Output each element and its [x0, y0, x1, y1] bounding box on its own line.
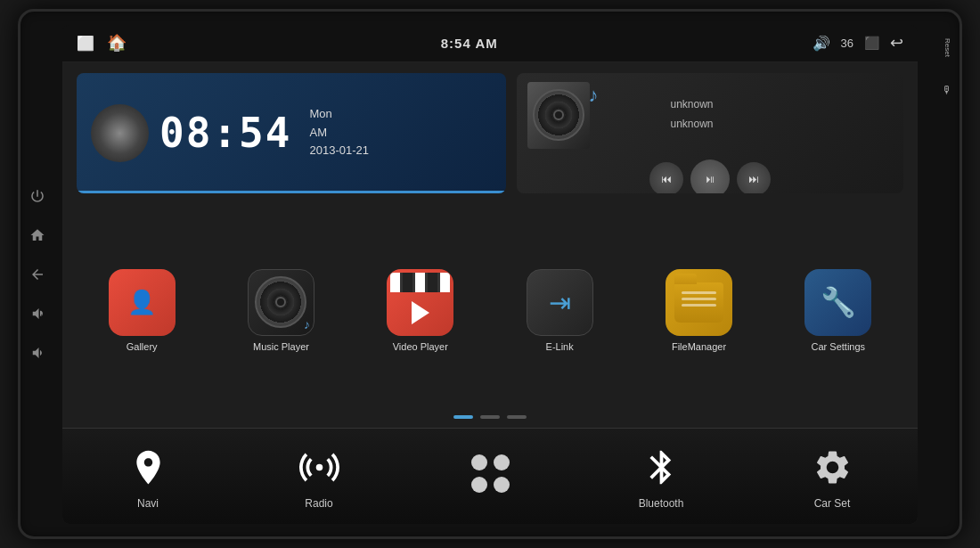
bluetooth-icon-wrap	[637, 443, 686, 492]
gallery-label: Gallery	[127, 341, 158, 352]
clock-date: 2013-01-21	[309, 142, 369, 160]
radio-label: Radio	[305, 497, 332, 510]
apps-dot-4	[494, 477, 510, 493]
main-screen: ⬜ 🏠 8:54 AM 🔊 36 ⬛ ↩ 08:54 M	[62, 25, 918, 524]
back-nav-icon[interactable]: ↩	[890, 33, 903, 53]
right-side-controls: Reset 🎙	[942, 38, 952, 96]
folder-line-3	[682, 304, 716, 307]
clock-info: Mon AM 2013-01-21	[309, 105, 369, 160]
music-disc-icon-center	[275, 297, 286, 307]
home-button[interactable]	[28, 225, 47, 245]
volume-up-button[interactable]	[28, 304, 47, 323]
music-note-icon: ♪	[588, 84, 598, 107]
radio-icon-wrap	[295, 443, 344, 492]
music-album-art	[527, 82, 590, 149]
music-controls: ⏮ ⏯ ⏭	[527, 159, 893, 193]
elink-label: E-Link	[546, 341, 574, 352]
app-item-filemanager[interactable]: FileManager	[633, 209, 764, 412]
page-dot-3[interactable]	[507, 415, 527, 419]
music-player-note-icon: ♪	[304, 317, 310, 331]
music-next-button[interactable]: ⏭	[737, 162, 771, 193]
elink-icon: ⇥	[527, 269, 593, 336]
navi-icon-wrap	[124, 443, 173, 492]
app-item-music-player[interactable]: ♪ Music Player	[216, 209, 346, 412]
back-button[interactable]	[28, 265, 47, 284]
folder-line-2	[682, 298, 716, 300]
carset-icon	[813, 447, 853, 487]
volume-icon: 🔊	[813, 35, 830, 52]
music-player-label: Music Player	[253, 341, 309, 352]
status-left: ⬜ 🏠	[77, 33, 127, 53]
music-disc-icon	[255, 276, 306, 328]
page-dot-2[interactable]	[480, 415, 500, 419]
clock-widget: 08:54 Mon AM 2013-01-21	[77, 73, 506, 193]
nav-item-carset[interactable]: Car Set	[747, 443, 918, 510]
carset-label: Car Set	[814, 497, 851, 510]
carset-icon-wrap	[808, 443, 857, 492]
apps-dot-2	[494, 454, 510, 470]
nav-item-navi[interactable]: Navi	[62, 443, 233, 510]
mic-icon: 🎙	[942, 84, 952, 96]
car-settings-label: Car Settings	[812, 341, 866, 352]
reset-label: Reset	[943, 38, 951, 57]
folder-tab	[674, 274, 697, 284]
apps-grid: 👤 Gallery ♪ Music Player	[77, 209, 903, 412]
wrench-icon: 🔧	[821, 285, 856, 319]
apps-dot-3	[471, 477, 487, 493]
navi-label: Navi	[137, 497, 159, 510]
screen-icon: ⬛	[864, 36, 879, 50]
status-time: 8:54 AM	[441, 36, 498, 51]
filemanager-icon	[666, 269, 732, 336]
music-player-icon: ♪	[248, 269, 314, 336]
video-player-label: Video Player	[393, 341, 448, 352]
music-top: ♪ unknown unknown	[527, 82, 893, 149]
app-item-gallery[interactable]: 👤 Gallery	[77, 209, 207, 412]
clock-circle-decoration	[91, 104, 149, 162]
main-content: 08:54 Mon AM 2013-01-21	[62, 62, 918, 524]
music-widget: ♪ unknown unknown ⏮ ⏯ ⏭	[517, 73, 903, 193]
bottom-nav: Navi Radio	[62, 428, 918, 524]
nav-item-apps[interactable]	[404, 449, 576, 503]
volume-level: 36	[841, 37, 853, 50]
nav-item-bluetooth[interactable]: Bluetooth	[576, 443, 747, 510]
gallery-icon: 👤	[109, 269, 176, 336]
music-play-pause-button[interactable]: ⏯	[690, 159, 730, 193]
app-item-car-settings[interactable]: 🔧 Car Settings	[773, 209, 903, 412]
recent-apps-icon[interactable]: ⬜	[77, 35, 94, 52]
music-track: unknown	[670, 95, 893, 115]
volume-down-button[interactable]	[28, 343, 47, 363]
video-play-icon	[412, 301, 429, 324]
apps-icon-wrap	[466, 449, 515, 498]
nav-item-radio[interactable]: Radio	[233, 443, 404, 510]
folder-icon	[674, 282, 723, 323]
car-settings-icon: 🔧	[804, 269, 871, 336]
folder-lines	[674, 282, 723, 307]
filemanager-label: FileManager	[672, 341, 726, 352]
music-artist: unknown	[670, 115, 893, 135]
apps-grid-icon	[471, 454, 510, 493]
apps-section: 👤 Gallery ♪ Music Player	[62, 200, 918, 428]
bluetooth-label: Bluetooth	[639, 497, 684, 510]
svg-point-0	[315, 463, 323, 470]
left-side-buttons	[28, 186, 47, 363]
device-frame: Reset 🎙 ⬜ 🏠 8:54 AM 🔊 36 ⬛ ↩	[18, 9, 962, 539]
music-info: unknown unknown	[670, 95, 893, 134]
widgets-row: 08:54 Mon AM 2013-01-21	[62, 62, 918, 200]
status-bar: ⬜ 🏠 8:54 AM 🔊 36 ⬛ ↩	[62, 25, 918, 62]
folder-line-1	[682, 291, 716, 294]
radio-icon	[299, 447, 339, 487]
clock-period: AM	[309, 124, 369, 143]
clock-day: Mon	[309, 105, 369, 124]
clock-time-display: 08:54	[159, 109, 291, 157]
apps-dot-1	[471, 454, 487, 470]
page-dot-1[interactable]	[453, 415, 473, 419]
app-item-video-player[interactable]: Video Player	[355, 209, 486, 412]
page-dots	[77, 412, 903, 422]
app-item-elink[interactable]: ⇥ E-Link	[494, 209, 625, 412]
elink-icon-symbol: ⇥	[549, 287, 571, 318]
music-prev-button[interactable]: ⏮	[649, 162, 683, 193]
power-button[interactable]	[28, 186, 47, 206]
home-icon[interactable]: 🏠	[107, 33, 127, 53]
status-right: 🔊 36 ⬛ ↩	[813, 33, 903, 53]
bluetooth-icon	[641, 447, 682, 487]
